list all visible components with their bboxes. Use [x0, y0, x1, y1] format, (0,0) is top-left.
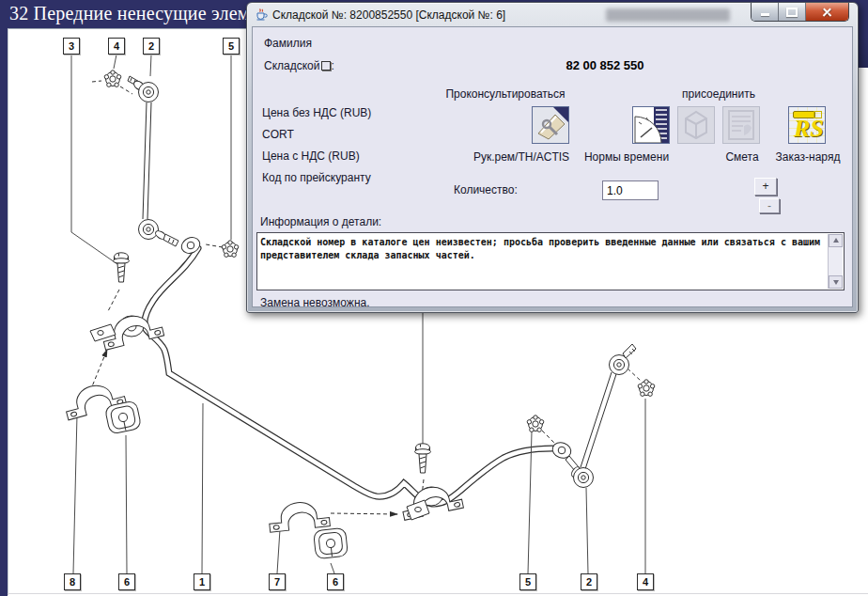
callout-7[interactable]: 7	[269, 573, 286, 590]
callout-8[interactable]: 8	[64, 573, 81, 590]
left-border-strip	[0, 28, 8, 596]
dialog-title: Складской №: 8200852550 [Складской №: 6]	[272, 8, 505, 22]
stock-number-value: 82 00 852 550	[553, 58, 657, 72]
callout-6[interactable]: 6	[327, 573, 344, 590]
status-message: Замена невозможна.	[260, 296, 370, 309]
callout-2[interactable]: 2	[143, 38, 160, 55]
maximize-icon	[786, 8, 798, 17]
dialog-body: Фамилия Складской: 82 00 852 550 Проконс…	[252, 26, 853, 307]
maximize-button[interactable]	[779, 3, 806, 21]
consult-header: Проконсультироваться	[445, 87, 565, 101]
attach-header: присоединить	[682, 87, 755, 101]
time-standards-label: Нормы времени	[584, 150, 669, 164]
arrow-down-icon	[833, 280, 839, 285]
estimate-label: Смета	[725, 150, 758, 164]
stock-number-dialog: Складской №: 8200852550 [Складской №: 6]…	[246, 2, 859, 313]
repair-manual-icon[interactable]	[532, 106, 569, 144]
work-order-letters: RS	[794, 115, 824, 143]
work-order-label: Заказ-наряд	[776, 150, 841, 164]
redacted-text-blur	[606, 8, 730, 22]
price-code-label: Код по прейскуранту	[262, 171, 371, 184]
attach-parts-icon[interactable]	[677, 106, 715, 144]
callout-5[interactable]: 5	[223, 38, 240, 55]
part-info-text: Складской номер в каталоге цен неизвесте…	[260, 236, 825, 262]
price-vat-label: Цена с НДС (RUB)	[262, 149, 360, 163]
checkbox-icon	[321, 61, 331, 71]
callout-2[interactable]: 2	[581, 573, 597, 590]
close-icon	[822, 7, 832, 17]
quantity-plus-button[interactable]: +	[754, 178, 777, 196]
callout-6[interactable]: 6	[118, 573, 135, 590]
scrollbar[interactable]	[828, 234, 843, 289]
callout-1[interactable]: 1	[194, 573, 210, 590]
estimate-icon[interactable]	[722, 106, 760, 144]
part-info-textarea[interactable]: Складской номер в каталоге цен неизвесте…	[256, 232, 845, 290]
minimize-icon	[761, 13, 769, 16]
quantity-input[interactable]	[602, 180, 659, 200]
window-controls	[751, 3, 849, 22]
scroll-up-button[interactable]	[829, 234, 843, 247]
stock-label: Складской:	[264, 59, 334, 72]
callout-5[interactable]: 5	[519, 573, 536, 590]
scroll-down-button[interactable]	[829, 275, 843, 289]
callout-3[interactable]: 3	[63, 38, 80, 55]
minimize-button[interactable]	[752, 3, 779, 21]
time-standards-icon[interactable]	[632, 106, 670, 144]
quantity-minus-button[interactable]: -	[759, 198, 780, 213]
callout-4[interactable]: 4	[637, 573, 654, 590]
cort-label: CORT	[262, 128, 294, 141]
arrow-up-icon	[833, 238, 839, 243]
close-button[interactable]	[806, 3, 848, 21]
quantity-label: Количество:	[454, 183, 518, 196]
part-info-label: Информация о детали:	[260, 215, 381, 228]
price-no-vat-label: Цена без НДС (RUB)	[262, 106, 371, 119]
screen: { "page": { "header_title": "32 Передние…	[0, 0, 868, 596]
repair-manual-label: Рук.рем/TH/ACTIS	[473, 150, 569, 164]
callout-4[interactable]: 4	[108, 38, 125, 55]
work-order-icon[interactable]: RS	[788, 106, 826, 144]
surname-label: Фамилия	[264, 37, 312, 50]
java-cup-icon	[254, 8, 268, 22]
